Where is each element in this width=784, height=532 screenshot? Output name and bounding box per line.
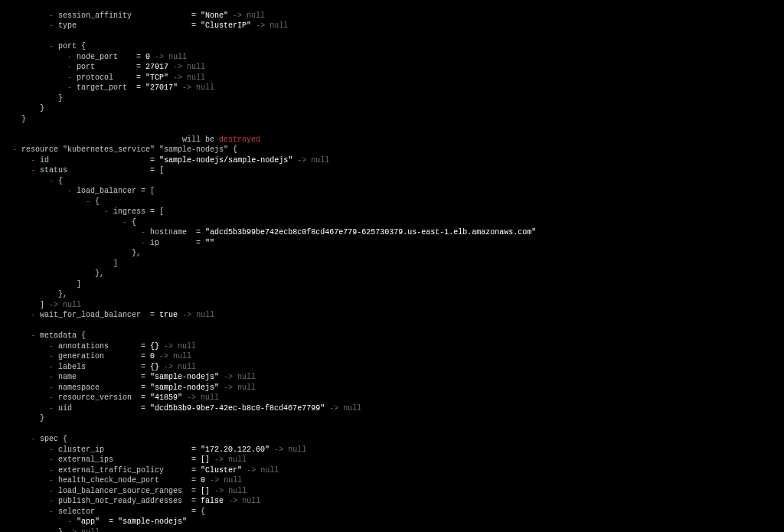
line: } -> null [3, 528, 100, 533]
line: - health_check_node_port = 0 -> null [3, 476, 242, 485]
line: }, [3, 249, 141, 257]
line: - generation = 0 -> null [3, 352, 191, 361]
line: - cluster_ip = "172.20.122.60" -> null [3, 446, 306, 454]
line: - type = "ClusterIP" -> null [3, 21, 288, 30]
line [3, 425, 8, 433]
line [3, 125, 8, 133]
line: - name = "sample-nodejs" -> null [3, 373, 256, 381]
line: }, [3, 269, 104, 278]
line: - resource "kubernetes_service" "sample-… [3, 145, 237, 154]
line: - port { [3, 42, 86, 51]
line: } [3, 414, 44, 423]
line: - hostname = "adcd5b3b99be742ecb8c0f8cd4… [3, 228, 536, 237]
line: - wait_for_load_balancer = true -> null [3, 311, 214, 319]
line: - labels = {} -> null [3, 363, 196, 371]
line: will be destroyed [3, 135, 260, 144]
line: }, [3, 290, 67, 299]
line: - external_ips = [] -> null [3, 455, 247, 464]
line: - node_port = 0 -> null [3, 53, 187, 61]
line: - { [3, 197, 100, 206]
line: } [3, 104, 44, 113]
line: - ingress = [ [3, 207, 164, 216]
line: ] -> null [3, 301, 81, 309]
line: - selector = { [3, 508, 205, 516]
line [3, 32, 8, 41]
line: - "app" = "sample-nodejs" [3, 517, 187, 526]
line: - publish_not_ready_addresses = false ->… [3, 497, 260, 505]
line: - ip = "" [3, 239, 214, 247]
line: - namespace = "sample-nodejs" -> null [3, 383, 256, 392]
line [3, 321, 8, 330]
line: - protocol = "TCP" -> null [3, 73, 205, 82]
line: - spec { [3, 435, 67, 443]
line: ] [3, 259, 118, 268]
line: - id = "sample-nodejs/sample-nodejs" -> … [3, 156, 329, 165]
line: - uid = "dcd5b3b9-9be7-42ec-b8c0-f8cd467… [3, 404, 361, 413]
line: - target_port = "27017" -> null [3, 83, 214, 92]
line: - annotations = {} -> null [3, 342, 196, 351]
line: - status = [ [3, 166, 164, 175]
terminal-output: - session_affinity = "None" -> null - ty… [0, 0, 784, 532]
line: - port = 27017 -> null [3, 63, 205, 71]
line: - load_balancer = [ [3, 187, 155, 195]
line: - external_traffic_policy = "Cluster" ->… [3, 466, 279, 475]
line: - resource_version = "41859" -> null [3, 393, 219, 402]
line: - { [3, 177, 63, 185]
line: } [3, 94, 63, 103]
line: ] [3, 280, 81, 289]
line: - { [3, 218, 136, 227]
line: } [3, 115, 26, 123]
line: - session_affinity = "None" -> null [3, 11, 265, 20]
line: - load_balancer_source_ranges = [] -> nu… [3, 487, 247, 495]
line: - metadata { [3, 331, 86, 340]
